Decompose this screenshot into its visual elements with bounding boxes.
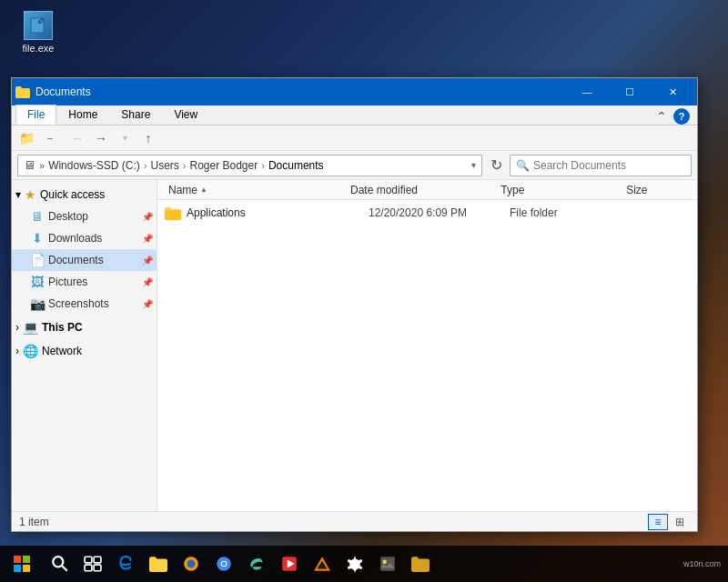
- title-bar-folder-icon: [15, 85, 30, 99]
- svg-rect-4: [23, 556, 30, 563]
- sidebar-desktop-label: Desktop: [48, 210, 138, 223]
- taskbar-firefox-button[interactable]: [175, 546, 207, 582]
- desktop-pin-icon: 📌: [142, 212, 153, 222]
- file-row-applications[interactable]: Applications 12/20/2020 6:09 PM File fol…: [157, 200, 697, 226]
- forward-button[interactable]: →: [90, 128, 112, 148]
- tab-share[interactable]: Share: [109, 105, 162, 125]
- recent-locations-button[interactable]: ▾: [114, 128, 136, 148]
- sidebar-network-header[interactable]: › 🌐 Network: [12, 340, 157, 362]
- sidebar-section-network: › 🌐 Network: [12, 340, 157, 362]
- up-button[interactable]: ↑: [137, 128, 159, 148]
- svg-rect-5: [14, 565, 21, 572]
- view-buttons: ≡ ⊞: [648, 514, 690, 530]
- screenshots-pin-icon: 📌: [142, 299, 153, 309]
- col-header-name[interactable]: Name ▲: [165, 180, 347, 200]
- close-button[interactable]: ✕: [652, 78, 693, 105]
- sidebar-item-documents[interactable]: 📄 Documents 📌: [12, 249, 157, 271]
- start-button[interactable]: [0, 546, 44, 582]
- explorer-window: Documents — ☐ ✕ File Home Share View ⌃ ?…: [11, 77, 698, 532]
- sidebar-item-desktop[interactable]: 🖥 Desktop 📌: [12, 206, 157, 227]
- pictures-pin-icon: 📌: [142, 277, 153, 287]
- taskbar-settings-button[interactable]: [339, 546, 371, 582]
- sidebar-section-this-pc: › 💻 This PC: [12, 316, 157, 338]
- downloads-pin-icon: 📌: [142, 234, 153, 244]
- pictures-folder-icon: 🖼: [30, 275, 45, 289]
- taskbar-taskview-button[interactable]: [76, 546, 109, 582]
- taskbar-edge-button[interactable]: [109, 546, 142, 582]
- taskbar-search-button[interactable]: [44, 546, 76, 582]
- taskbar-folder2-button[interactable]: [404, 546, 437, 582]
- svg-rect-3: [14, 556, 21, 563]
- sidebar-documents-label: Documents: [48, 254, 138, 266]
- desktop-icon-label: file.exe: [23, 43, 55, 54]
- title-bar-controls: — ☐ ✕: [566, 78, 693, 105]
- drive-icon: 🖥: [24, 158, 35, 172]
- applications-date: 12/20/2020 6:09 PM: [369, 206, 510, 219]
- address-bar[interactable]: 🖥 » Windows-SSD (C:) › Users › Roger Bod…: [17, 155, 482, 176]
- help-button[interactable]: ?: [673, 108, 690, 125]
- taskbar: w10n.com: [0, 546, 728, 582]
- downloads-folder-icon: ⬇: [30, 231, 45, 246]
- maximize-button[interactable]: ☐: [609, 78, 651, 105]
- svg-line-8: [62, 566, 67, 571]
- desktop-icon-file-exe[interactable]: file.exe: [11, 11, 66, 54]
- quick-access-label: Quick access: [40, 188, 105, 201]
- desktop-folder-icon: 🖥: [30, 209, 45, 224]
- file-list: Name ▲ Date modified Type Size: [157, 180, 697, 511]
- taskbar-vlc-button[interactable]: [306, 546, 339, 582]
- svg-rect-10: [94, 557, 101, 563]
- sidebar-pictures-label: Pictures: [48, 276, 138, 288]
- sidebar-item-pictures[interactable]: 🖼 Pictures 📌: [12, 271, 157, 293]
- ribbon-collapse-button[interactable]: ⌃: [653, 108, 670, 125]
- svg-point-17: [222, 562, 226, 566]
- network-icon: 🌐: [23, 344, 38, 358]
- taskbar-photos-button[interactable]: [371, 546, 404, 582]
- documents-pin-icon: 📌: [142, 256, 153, 266]
- col-header-type[interactable]: Type: [497, 180, 622, 200]
- taskbar-edge2-button[interactable]: [240, 546, 273, 582]
- taskbar-chrome-button[interactable]: [207, 546, 240, 582]
- toolbar-row: 📁 – ← → ▾ ↑: [12, 125, 697, 151]
- sidebar: ▾ ★ Quick access 🖥 Desktop 📌 ⬇ Downloads…: [12, 180, 157, 511]
- svg-rect-12: [94, 565, 101, 571]
- quick-access-expand-icon: ▾: [15, 188, 21, 201]
- ribbon-tabs: File Home Share View ⌃ ?: [12, 105, 697, 125]
- sidebar-quick-access-header[interactable]: ▾ ★ Quick access: [12, 184, 157, 206]
- screenshots-folder-icon: 📷: [30, 296, 45, 311]
- back-button[interactable]: ←: [66, 128, 88, 148]
- name-sort-arrow: ▲: [200, 186, 207, 194]
- sidebar-this-pc-header[interactable]: › 💻 This PC: [12, 316, 157, 338]
- status-text: 1 item: [19, 516, 49, 528]
- crumb-drive[interactable]: Windows-SSD (C:): [48, 159, 140, 172]
- tab-file[interactable]: File: [15, 105, 56, 125]
- crumb-users[interactable]: Users: [150, 159, 178, 172]
- sidebar-downloads-label: Downloads: [48, 232, 138, 245]
- svg-rect-23: [380, 557, 395, 571]
- this-pc-icon: 💻: [23, 320, 38, 335]
- crumb-user[interactable]: Roger Bodger: [190, 159, 258, 172]
- col-header-date[interactable]: Date modified: [347, 180, 497, 200]
- taskbar-watermark: w10n.com: [683, 559, 728, 568]
- minimize-button[interactable]: —: [566, 78, 608, 105]
- taskbar-folder-button[interactable]: [142, 546, 175, 582]
- applications-name: Applications: [187, 206, 369, 219]
- search-box[interactable]: 🔍: [510, 155, 692, 176]
- title-bar-title: Documents: [35, 85, 566, 98]
- tab-view[interactable]: View: [162, 105, 209, 125]
- file-exe-icon: [24, 11, 53, 40]
- search-input[interactable]: [533, 159, 685, 172]
- list-view-button[interactable]: ≡: [648, 514, 668, 530]
- address-dropdown-button[interactable]: ▾: [471, 160, 476, 170]
- crumb-documents[interactable]: Documents: [268, 159, 324, 172]
- sidebar-item-screenshots[interactable]: 📷 Screenshots 📌: [12, 293, 157, 315]
- svg-point-7: [53, 557, 63, 567]
- details-view-button[interactable]: ⊞: [670, 514, 690, 530]
- tab-home[interactable]: Home: [56, 105, 109, 125]
- refresh-button[interactable]: ↻: [486, 156, 506, 176]
- taskbar-media-button[interactable]: [273, 546, 306, 582]
- address-bar-row: 🖥 » Windows-SSD (C:) › Users › Roger Bod…: [12, 151, 697, 180]
- col-header-size[interactable]: Size: [622, 180, 690, 200]
- sidebar-item-downloads[interactable]: ⬇ Downloads 📌: [12, 227, 157, 249]
- sidebar-screenshots-label: Screenshots: [48, 297, 138, 310]
- sidebar-section-quick-access: ▾ ★ Quick access 🖥 Desktop 📌 ⬇ Downloads…: [12, 184, 157, 315]
